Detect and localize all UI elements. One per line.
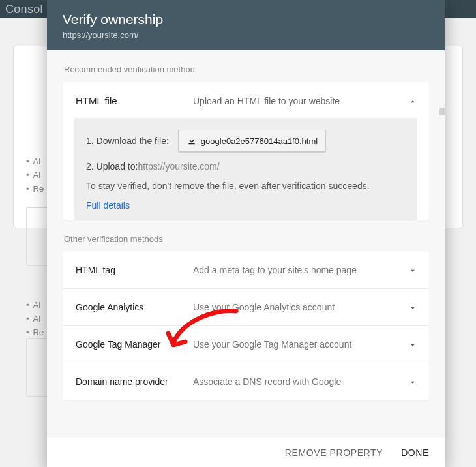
app-name: Consol bbox=[5, 3, 43, 16]
method-name: Google Analytics bbox=[76, 302, 193, 312]
method-name: HTML tag bbox=[76, 265, 193, 275]
method-domain-provider[interactable]: Domain name provider Associate a DNS rec… bbox=[63, 363, 429, 400]
method-desc: Associate a DNS record with Google bbox=[193, 376, 408, 387]
verification-note: To stay verified, don't remove the file,… bbox=[86, 181, 406, 191]
dialog-header: Verify ownership https://yoursite.com/ bbox=[47, 0, 445, 50]
background-list: Al Al Re bbox=[26, 155, 44, 196]
html-file-details: 1. Download the file: google0a2e5776014a… bbox=[74, 118, 417, 220]
chevron-down-icon bbox=[408, 378, 416, 385]
other-methods-label: Other verification methods bbox=[64, 234, 429, 244]
chevron-down-icon bbox=[408, 303, 416, 311]
download-file-button[interactable]: google0a2e5776014aa1f0.html bbox=[178, 130, 326, 152]
step-2: 2. Upload to: https://yoursite.com/ bbox=[86, 161, 406, 172]
scrollbar[interactable] bbox=[439, 108, 445, 115]
html-file-header[interactable]: HTML file Upload an HTML file to your we… bbox=[63, 82, 429, 118]
method-google-tag-manager[interactable]: Google Tag Manager Use your Google Tag M… bbox=[63, 326, 429, 363]
method-name: HTML file bbox=[76, 95, 193, 106]
other-methods-card: HTML tag Add a meta tag to your site's h… bbox=[63, 252, 429, 400]
chevron-up-icon bbox=[408, 97, 416, 105]
method-google-analytics[interactable]: Google Analytics Use your Google Analyti… bbox=[63, 289, 429, 326]
download-filename: google0a2e5776014aa1f0.html bbox=[201, 136, 318, 146]
step-1: 1. Download the file: google0a2e5776014a… bbox=[86, 130, 406, 152]
step1-label: 1. Download the file: bbox=[86, 136, 169, 146]
dialog-footer: REMOVE PROPERTY DONE bbox=[47, 438, 445, 467]
full-details-link[interactable]: Full details bbox=[86, 200, 406, 211]
method-desc: Upload an HTML file to your website bbox=[193, 96, 408, 106]
method-desc: Use your Google Tag Manager account bbox=[193, 339, 408, 350]
dialog-subtitle: https://yoursite.com/ bbox=[63, 30, 429, 40]
method-desc: Use your Google Analytics account bbox=[193, 302, 408, 312]
method-desc: Add a meta tag to your site's home page bbox=[193, 265, 408, 275]
recommended-label: Recommended verification method bbox=[64, 65, 429, 74]
step2-label: 2. Upload to: bbox=[86, 161, 138, 172]
dialog-title: Verify ownership bbox=[63, 12, 429, 27]
remove-property-button[interactable]: REMOVE PROPERTY bbox=[285, 447, 383, 458]
download-icon bbox=[186, 136, 197, 146]
upload-url: https://yoursite.com/ bbox=[138, 161, 219, 172]
done-button[interactable]: DONE bbox=[401, 447, 429, 458]
chevron-down-icon bbox=[408, 266, 416, 274]
dialog-body[interactable]: Recommended verification method HTML fil… bbox=[47, 50, 445, 438]
method-name: Google Tag Manager bbox=[76, 339, 193, 350]
html-file-card: HTML file Upload an HTML file to your we… bbox=[63, 82, 429, 220]
chevron-down-icon bbox=[408, 340, 416, 348]
method-name: Domain name provider bbox=[76, 376, 193, 387]
verify-ownership-dialog: Verify ownership https://yoursite.com/ R… bbox=[47, 0, 445, 467]
background-list-2: Al Al Re bbox=[26, 299, 44, 339]
method-html-tag[interactable]: HTML tag Add a meta tag to your site's h… bbox=[63, 252, 429, 289]
